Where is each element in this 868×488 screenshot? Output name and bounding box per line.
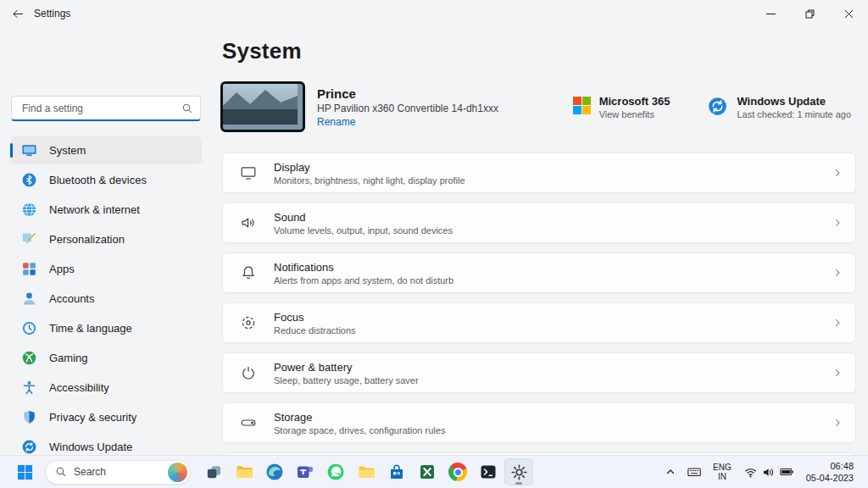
search-icon xyxy=(55,466,67,478)
minimize-icon xyxy=(766,9,776,19)
volume-icon xyxy=(761,465,776,480)
task-view-icon xyxy=(205,463,223,481)
setting-row-display[interactable]: Display Monitors, brightness, night ligh… xyxy=(222,152,856,193)
task-view-button[interactable] xyxy=(199,458,228,485)
sidebar-item-apps[interactable]: Apps xyxy=(10,255,202,283)
start-button[interactable] xyxy=(11,458,38,485)
search-box xyxy=(11,96,201,121)
titlebar: Settings xyxy=(0,0,868,27)
sidebar-item-accessibility[interactable]: Accessibility xyxy=(10,374,202,402)
settings-gear-icon xyxy=(510,463,528,481)
display-icon xyxy=(240,164,257,181)
windows-update-title: Windows Update xyxy=(737,95,851,108)
search-input[interactable] xyxy=(20,102,181,115)
sidebar-item-privacy-security[interactable]: Privacy & security xyxy=(10,403,202,431)
close-icon xyxy=(844,9,854,19)
rename-link[interactable]: Rename xyxy=(317,116,355,128)
whatsapp-button[interactable] xyxy=(321,458,350,485)
microsoft-365-card[interactable]: Microsoft 365 View benefits xyxy=(573,95,670,119)
setting-title: Storage xyxy=(274,411,445,424)
status-cluster[interactable] xyxy=(739,459,798,485)
excel-icon xyxy=(418,463,437,481)
language-indicator[interactable]: ENG IN xyxy=(708,459,737,485)
chrome-button[interactable] xyxy=(443,458,472,485)
setting-row-power-battery[interactable]: Power & battery Sleep, battery usage, ba… xyxy=(222,352,856,393)
setting-row-storage[interactable]: Storage Storage space, drives, configura… xyxy=(222,402,856,443)
focus-icon xyxy=(240,314,257,331)
folder-button[interactable] xyxy=(352,458,381,485)
clock-icon xyxy=(21,320,37,336)
file-explorer-icon xyxy=(235,463,253,481)
sidebar-item-network-internet[interactable]: Network & internet xyxy=(10,196,202,224)
back-button[interactable] xyxy=(0,0,34,27)
chevron-right-icon xyxy=(832,217,843,229)
view-benefits-link[interactable]: View benefits xyxy=(599,109,670,119)
sound-icon xyxy=(240,214,257,231)
window-title: Settings xyxy=(34,8,70,19)
tray-overflow-button[interactable] xyxy=(660,459,681,485)
sidebar-item-label: Privacy & security xyxy=(49,411,136,424)
tray-date: 05-04-2023 xyxy=(806,472,854,484)
maximize-button[interactable] xyxy=(790,0,829,27)
device-model: HP Pavilion x360 Convertible 14-dh1xxx xyxy=(317,103,498,114)
sidebar-item-time-language[interactable]: Time & language xyxy=(10,314,202,342)
setting-subtitle: Volume levels, output, input, sound devi… xyxy=(274,225,453,236)
windows-update-card[interactable]: Windows Update Last checked: 1 minute ag… xyxy=(707,95,851,119)
setting-subtitle: Monitors, brightness, night light, displ… xyxy=(274,175,465,186)
windows-update-icon xyxy=(21,439,37,455)
sidebar-item-bluetooth-devices[interactable]: Bluetooth & devices xyxy=(10,166,202,194)
terminal-button[interactable] xyxy=(474,458,503,485)
setting-title: Display xyxy=(274,161,465,174)
setting-row-notifications[interactable]: Notifications Alerts from apps and syste… xyxy=(222,252,856,293)
excel-button[interactable] xyxy=(413,458,442,485)
store-button[interactable] xyxy=(382,458,411,485)
settings-list: Display Monitors, brightness, night ligh… xyxy=(222,152,856,456)
setting-row-sound[interactable]: Sound Volume levels, output, input, soun… xyxy=(222,202,856,243)
system-tray: ENG IN 06:48 05-04-2023 xyxy=(660,459,868,485)
sidebar-item-personalization[interactable]: Personalization xyxy=(10,225,202,253)
setting-subtitle: Alerts from apps and system, do not dist… xyxy=(274,275,453,286)
language-code: ENG xyxy=(713,463,732,473)
main-content: System Prince HP Pavilion x360 Convertib… xyxy=(212,27,860,456)
chrome-icon xyxy=(448,463,467,481)
setting-title: Focus xyxy=(274,311,356,324)
edge-button[interactable] xyxy=(260,458,289,485)
selected-indicator xyxy=(10,143,13,158)
personalization-brush-icon xyxy=(21,231,37,247)
edge-icon xyxy=(265,463,284,481)
shield-icon xyxy=(21,409,37,425)
file-explorer-button[interactable] xyxy=(230,458,259,485)
xbox-gaming-icon xyxy=(21,350,37,366)
sidebar-item-accounts[interactable]: Accounts xyxy=(10,285,202,313)
search-icon xyxy=(181,103,193,114)
device-info: Prince HP Pavilion x360 Convertible 14-d… xyxy=(317,86,498,128)
search-label: Search xyxy=(74,466,161,478)
touch-keyboard-button[interactable] xyxy=(683,459,705,485)
minimize-button[interactable] xyxy=(751,0,790,27)
active-app-indicator xyxy=(515,482,522,485)
sidebar: System Bluetooth & devices Network & int… xyxy=(0,27,212,456)
setting-row-focus[interactable]: Focus Reduce distractions xyxy=(222,302,856,343)
teams-button[interactable] xyxy=(291,458,320,485)
power-icon xyxy=(240,364,257,381)
sidebar-item-system[interactable]: System xyxy=(10,136,202,164)
bluetooth-icon xyxy=(21,172,37,188)
network-globe-icon xyxy=(21,202,37,218)
notifications-bell-icon xyxy=(240,264,257,281)
setting-subtitle: Sleep, battery usage, battery saver xyxy=(274,375,419,385)
clock[interactable]: 06:48 05-04-2023 xyxy=(801,459,859,485)
tray-time: 06:48 xyxy=(830,460,854,472)
setting-title: Notifications xyxy=(274,261,453,274)
sidebar-item-gaming[interactable]: Gaming xyxy=(10,344,202,372)
sidebar-item-label: Windows Update xyxy=(49,441,132,453)
chevron-right-icon xyxy=(832,417,843,429)
close-button[interactable] xyxy=(829,0,868,27)
settings-button-active[interactable] xyxy=(504,458,533,485)
sidebar-item-label: Network & internet xyxy=(49,203,140,216)
back-icon xyxy=(11,8,24,20)
search-highlight-icon[interactable] xyxy=(168,463,187,482)
taskbar: Search xyxy=(0,455,868,488)
page-title: System xyxy=(222,38,860,64)
taskbar-search[interactable]: Search xyxy=(45,460,191,485)
accounts-person-icon xyxy=(21,291,37,307)
